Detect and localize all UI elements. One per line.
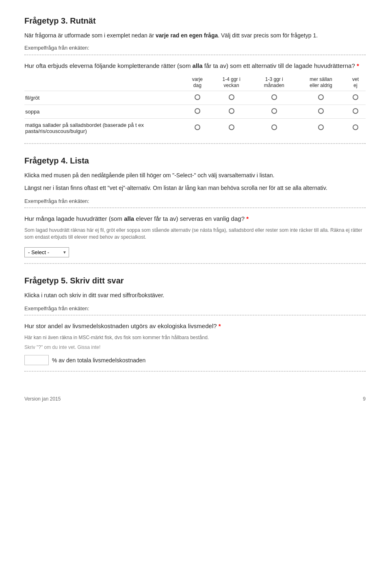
radio-cell[interactable] — [345, 91, 366, 105]
select-wrapper[interactable]: - Select - 1 2 3 4 5 eller fler vet ej ▼ — [24, 247, 69, 257]
radio-cell[interactable] — [184, 105, 211, 118]
radio-0-4[interactable] — [353, 94, 358, 100]
required-star-5: * — [219, 322, 221, 329]
radio-cell[interactable] — [345, 105, 366, 118]
radio-cell[interactable] — [252, 91, 297, 105]
section-type4: Frågetyp 4. Lista Klicka med musen på de… — [24, 156, 366, 264]
radio-cell[interactable] — [184, 118, 211, 137]
radio-cell[interactable] — [297, 91, 345, 105]
radio-0-0[interactable] — [195, 94, 200, 100]
radio-1-1[interactable] — [229, 108, 234, 114]
section-type3: Frågetyp 3. Rutnät När frågorna är utfor… — [24, 16, 366, 144]
radio-cell[interactable] — [211, 118, 252, 137]
radio-2-4[interactable] — [353, 124, 358, 130]
radio-0-3[interactable] — [318, 94, 324, 100]
table-row: soppa — [24, 105, 366, 118]
radio-2-3[interactable] — [318, 124, 324, 130]
radio-1-3[interactable] — [318, 108, 324, 114]
col-header-2: 1-3 ggr imånaden — [252, 75, 297, 91]
radio-cell[interactable] — [252, 118, 297, 137]
radio-0-1[interactable] — [229, 94, 234, 100]
input-row-5: % av den totala livsmedelskostnaden — [24, 355, 366, 365]
radio-2-2[interactable] — [271, 124, 277, 130]
row-label-2: matiga sallader på salladsbordet (basera… — [24, 118, 184, 137]
question-bold-3: alla — [193, 62, 203, 69]
radio-cell[interactable] — [184, 91, 211, 105]
radio-cell[interactable] — [297, 105, 345, 118]
intro-text-start: När frågorna är utformade som i exemplet… — [24, 32, 156, 39]
radio-2-1[interactable] — [229, 124, 234, 130]
percentage-input[interactable] — [24, 355, 49, 365]
grid-table: varjedag 1-4 ggr iveckan 1-3 ggr imånade… — [24, 75, 366, 137]
intro-type4-p1: Klicka med musen på den nedåtgående pile… — [24, 171, 366, 180]
col-header-3: mer sällaneller aldrig — [297, 75, 345, 91]
hint1-5: Här kan ni även räkna in MSC-märkt fisk,… — [24, 334, 366, 341]
intro-type5-p1: Klicka i rutan och skriv in ditt svar me… — [24, 291, 366, 300]
version-text: Version jan 2015 — [24, 396, 61, 402]
radio-cell[interactable] — [345, 118, 366, 137]
question-text-4: Hur många lagade huvudrätter (som alla e… — [24, 214, 366, 224]
intro-bold: varje rad en egen fråga — [156, 32, 218, 39]
row-label-1: soppa — [24, 105, 184, 118]
page-number: 9 — [363, 396, 366, 402]
col-header-1: 1-4 ggr iveckan — [211, 75, 252, 91]
radio-2-0[interactable] — [195, 124, 200, 130]
example-box-5: Hur stor andel av livsmedelskostnaden ut… — [24, 315, 366, 372]
radio-cell[interactable] — [252, 105, 297, 118]
required-star-4: * — [246, 215, 249, 222]
radio-1-4[interactable] — [353, 108, 358, 114]
question-mid-3: får ta av) som ett alternativ till de la… — [203, 62, 355, 69]
input-suffix: % av den totala livsmedelskostnaden — [52, 357, 145, 364]
col-header-empty — [24, 75, 184, 91]
example-label-3: Exempelfråga från enkäten: — [24, 44, 366, 52]
write-hint-5: Skriv "?" om du inte vet. Gissa inte! — [24, 344, 366, 351]
col-header-0: varjedag — [184, 75, 211, 91]
heading-type3: Frågetyp 3. Rutnät — [24, 16, 366, 26]
example-label-4: Exempelfråga från enkäten: — [24, 197, 366, 205]
question-text-3: Hur ofta erbjuds eleverna följande kompl… — [24, 61, 366, 71]
example-box-3: Hur ofta erbjuds eleverna följande kompl… — [24, 54, 366, 144]
radio-cell[interactable] — [297, 118, 345, 137]
select-dropdown[interactable]: - Select - 1 2 3 4 5 eller fler vet ej — [24, 247, 69, 257]
radio-1-0[interactable] — [195, 108, 200, 114]
question-mid-4: elever får ta av) serveras en vanlig dag… — [134, 215, 245, 222]
radio-1-2[interactable] — [271, 108, 277, 114]
intro-type4-p2: Längst ner i listan finns oftast ett "ve… — [24, 184, 366, 192]
heading-type4: Frågetyp 4. Lista — [24, 156, 366, 166]
hint-text-4: Som lagad huvudrätt räknas här ej fil, g… — [24, 227, 366, 241]
question-bold-4: alla — [124, 215, 134, 222]
intro-text-end: . Välj ditt svar precis som för frågetyp… — [218, 32, 318, 39]
section-type5: Frågetyp 5. Skriv ditt svar Klicka i rut… — [24, 276, 366, 372]
table-row: fil/gröt — [24, 91, 366, 105]
radio-cell[interactable] — [211, 105, 252, 118]
heading-type5: Frågetyp 5. Skriv ditt svar — [24, 276, 366, 285]
example-box-4: Hur många lagade huvudrätter (som alla e… — [24, 207, 366, 264]
radio-0-2[interactable] — [271, 94, 277, 100]
question-text-5: Hur stor andel av livsmedelskostnaden ut… — [24, 321, 366, 331]
row-label-0: fil/gröt — [24, 91, 184, 105]
question-text-5-text: Hur stor andel av livsmedelskostnaden ut… — [24, 322, 217, 329]
radio-cell[interactable] — [211, 91, 252, 105]
question-start-3: Hur ofta erbjuds eleverna följande kompl… — [24, 62, 193, 69]
example-label-5: Exempelfråga från enkäten: — [24, 305, 366, 313]
required-star-3: * — [357, 62, 359, 69]
question-start-4: Hur många lagade huvudrätter (som — [24, 215, 124, 222]
table-row: matiga sallader på salladsbordet (basera… — [24, 118, 366, 137]
page-footer: Version jan 2015 9 — [24, 396, 366, 402]
col-header-4: vetej — [345, 75, 366, 91]
intro-type3: När frågorna är utformade som i exemplet… — [24, 31, 366, 40]
